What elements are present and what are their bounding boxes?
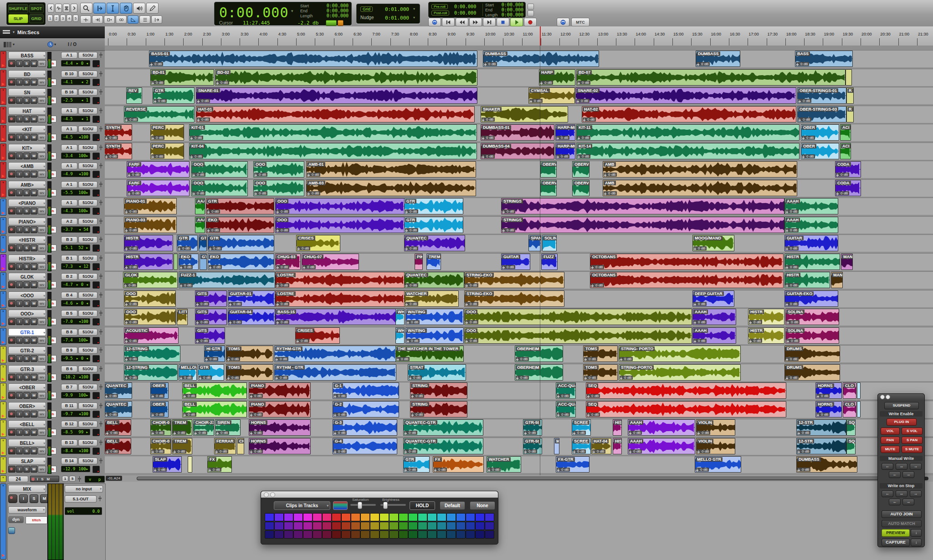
audio-clip[interactable]: LOSTRE0 dB [275,290,405,307]
m-button[interactable]: M [31,134,37,141]
output-path-button[interactable]: B 10 [61,71,77,77]
track-color-strip[interactable]: ▾▶ [0,125,6,142]
s-button[interactable]: S [23,429,30,436]
audio-clip[interactable]: WAITING0 dB [405,309,464,325]
zoom-preset-3[interactable]: 3 [60,15,66,22]
scrubber-tool-button[interactable] [133,3,145,14]
audio-clip[interactable]: HISTR0 dB [748,309,784,325]
audio-clip[interactable]: WATCHER0 dB [404,290,459,307]
audio-clip[interactable]: BELL0 dB [105,419,131,436]
stop-write-fwd-button[interactable]: → [902,499,914,505]
output-bus-button[interactable]: 51OU [78,347,97,354]
clip-gain-badge[interactable]: 0 dB [151,431,164,435]
color-swatch[interactable] [370,530,379,539]
clip-gain-badge[interactable]: 0 dB [620,357,633,361]
i-button[interactable]: I [16,153,23,159]
clip-gain-badge[interactable]: 0 dB [697,62,710,66]
color-swatch[interactable] [265,530,274,539]
automation-grid-icon[interactable] [92,171,100,178]
clip-gain-badge[interactable]: 0 dB [216,81,229,85]
color-swatch[interactable] [284,530,293,539]
track-lane[interactable]: HISTR0 dBGTR0 dBGT-1GTR0 dBCRISES0 dBQUA… [105,235,933,252]
clip-gain-badge[interactable]: 0 dB [183,412,196,417]
audio-clip[interactable] [188,456,192,473]
close-icon[interactable] [264,492,269,497]
audio-clip[interactable]: STRAT0 dB [408,364,466,381]
track-name[interactable]: <OOO▾ [8,291,46,299]
audio-clip[interactable]: GUITAR0 dB [784,235,838,251]
output-bus-button[interactable]: 51OU [78,52,97,59]
clip-gain-badge[interactable]: 0 dB [150,62,163,66]
record-arm-button[interactable] [8,300,15,307]
output-bus-button[interactable]: 51OU [78,107,97,114]
track-lane[interactable]: BASS-010 dBDUMBASS0 dBDUMBASS0 dBBASS0 d… [105,51,933,67]
audio-clip[interactable]: HARP-MIX0 dB [555,124,575,141]
clip-gain-badge[interactable]: 0 dB [405,283,418,287]
palette-target-select[interactable]: Clips in Tracks ▾ [274,501,330,510]
audio-clip[interactable]: OBERHEIM0 dB [515,364,563,381]
track-view-button[interactable]: wv [38,429,46,436]
fader-icon[interactable] [99,292,103,298]
s-button[interactable]: S [23,134,30,141]
audio-clip[interactable]: CODA0 dB [835,161,861,178]
color-swatch[interactable] [265,522,274,530]
track-options-icon[interactable]: ▾ [43,366,45,373]
audio-clip[interactable]: OOO0 dB [253,161,304,178]
clip-gain-badge[interactable]: 0 dB [333,449,347,453]
s-button[interactable]: S [23,281,30,288]
s-button[interactable]: S [23,171,30,178]
track-view-button[interactable]: wv [38,153,46,159]
clip-gain-badge[interactable]: 0 dB [577,81,590,85]
track-options-icon[interactable]: ▾ [43,255,45,262]
clip-gain-badge[interactable]: 0 dB [693,339,707,343]
audio-clip[interactable]: AMB0 dB [603,180,797,196]
clip-gain-badge[interactable]: 0 dB [190,136,203,140]
timebase-clock-icon[interactable] [8,527,15,534]
m-button[interactable]: M [31,374,37,381]
clip-gain-badge[interactable]: 0 dB [487,468,501,472]
brightness-slider[interactable] [380,504,406,506]
audio-clip[interactable]: STRINGS0 dB [501,198,784,214]
minimize-icon[interactable] [270,492,275,497]
s-button[interactable]: S [23,411,30,417]
clip-gain-badge[interactable]: 0 dB [179,265,193,269]
s-button[interactable]: S [23,466,30,473]
clip-gain-badge[interactable]: 0 dB [465,320,478,324]
fade-button[interactable] [128,15,138,24]
track-view-button[interactable]: wv [38,448,46,454]
audio-clip[interactable]: CHUG-030 dB [275,254,301,270]
audio-clip[interactable]: FX-GTR0 dB [556,456,590,473]
audio-clip[interactable]: VIOLIN0 dB [696,438,735,454]
clip-gain-badge[interactable]: 0 dB [482,154,495,158]
clip-gain-badge[interactable]: 0 dB [816,394,830,398]
clip-gain-badge[interactable]: 0 dB [576,99,590,103]
m-button[interactable]: M [31,97,37,104]
record-arm-button[interactable] [8,355,15,362]
clip-gain-badge[interactable]: 0 dB [197,99,210,103]
output-bus-button[interactable]: 51OU [78,89,97,96]
record-button[interactable] [524,18,537,26]
track-name[interactable]: GLOK▾ [8,273,46,280]
clip-gain-badge[interactable]: 0 dB [785,283,799,287]
audio-clip[interactable]: GTR0 dB [198,364,224,381]
audio-clip[interactable]: OOO0 dB [191,161,248,178]
audio-clip[interactable]: FX0 dB [207,456,232,473]
write-enable-span-button[interactable]: S PAN [902,437,923,444]
audio-clip[interactable]: SHAKER0 dB [481,106,568,122]
clip-gain-badge[interactable]: 0 dB [465,283,478,287]
clip-gain-badge[interactable]: 0 dB [785,376,799,380]
track-color-strip[interactable]: ▾▶ [0,420,6,437]
clip-gain-badge[interactable]: 0 dB [482,117,495,122]
audio-clip[interactable]: GTR0 dB [153,87,195,104]
volume-pan-display[interactable]: -8.599 ▸ [61,429,90,435]
audio-clip[interactable]: OBER0 dB [801,124,839,141]
timeline-ruler[interactable]: 0:000:301:001:302:002:303:003:304:004:30… [105,26,933,46]
audio-clip[interactable]: AAAH0 dB [628,438,695,454]
audio-clip[interactable]: SYNTH0 dB [105,143,132,159]
audio-clip[interactable]: GITS0 dB [195,327,225,344]
color-swatch[interactable] [456,513,466,521]
color-swatch[interactable] [446,530,456,539]
track-view-button[interactable]: wv [38,263,46,270]
color-swatch[interactable] [427,522,437,530]
clip-gain-badge[interactable]: 0 dB [516,376,529,380]
